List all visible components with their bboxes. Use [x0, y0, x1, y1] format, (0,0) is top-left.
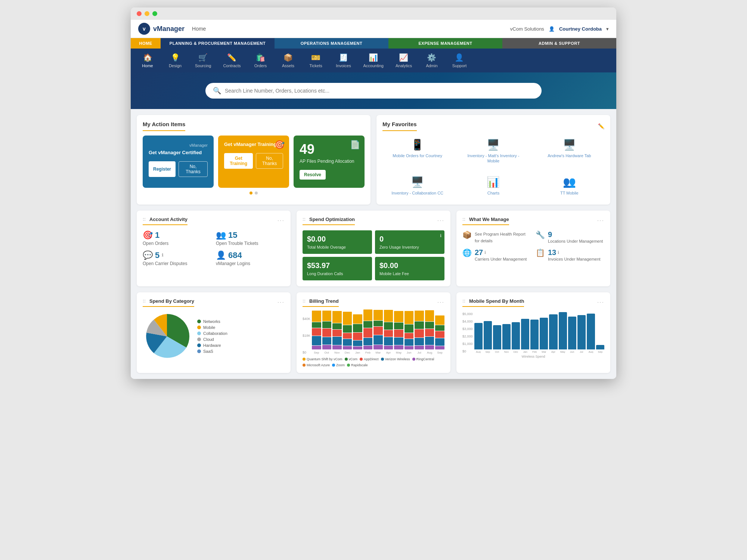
subnav-orders[interactable]: 🛍️ Orders [248, 51, 274, 70]
billing-trend-panel: :: Billing Trend ··· $40K $18K $0 [297, 292, 450, 373]
search-box: 🔍 [205, 83, 542, 99]
nav-operations[interactable]: OPERATIONS MANAGEMENT [275, 38, 388, 49]
sbc-menu[interactable]: ··· [278, 299, 285, 306]
open-orders-label: Open Orders [143, 241, 211, 246]
drag-handle-manage[interactable]: :: [462, 217, 465, 222]
mobile-bars [474, 312, 604, 349]
billing-bar-11 [425, 310, 434, 349]
mobile-bar-9 [559, 312, 567, 349]
fav-item-4[interactable]: 📊 Charts [458, 173, 528, 199]
spend-optimization-panel: :: Spend Optimization ··· $0.00 Total Mo… [297, 211, 450, 286]
close-button[interactable] [137, 11, 142, 16]
no-thanks-certified-button[interactable]: No, Thanks [179, 161, 208, 177]
nav-admin[interactable]: ADMIN & SUPPORT [502, 38, 616, 49]
billing-menu[interactable]: ··· [437, 299, 444, 306]
spend-opt-title: :: Spend Optimization [303, 217, 355, 225]
fav-item-5[interactable]: 👥 TT Mobile [534, 173, 604, 199]
billing-bar-10-seg-3 [415, 338, 424, 345]
company-name: vCom Solutions [510, 26, 544, 32]
billing-bar-10-seg-0 [415, 311, 424, 321]
billing-bar-5-seg-2 [363, 328, 373, 337]
mobile-bar-11 [577, 315, 586, 349]
minimize-button[interactable] [145, 11, 149, 16]
subnav-invoices[interactable]: 🧾 Invoices [331, 51, 357, 70]
billing-bar-3-seg-1 [343, 325, 352, 333]
billing-bar-7-seg-2 [384, 330, 393, 337]
logo-icon: v [138, 23, 150, 35]
drag-handle-sbc[interactable]: :: [143, 298, 146, 304]
subnav-admin[interactable]: ⚙️ Admin [419, 51, 445, 70]
user-name[interactable]: Courtney Cordoba [559, 26, 602, 32]
drag-handle-mobile[interactable]: :: [462, 298, 465, 304]
activity-logins: 👤 684 vManager Logins [216, 251, 285, 266]
subnav-analytics-label: Analytics [396, 63, 412, 68]
spend-cell-2: $53.97 Long Duration Calls [303, 257, 372, 280]
mobile-bar-0 [474, 323, 483, 349]
billing-bar-11-seg-2 [425, 329, 434, 336]
main-content: My Action Items vManager Get vManager Ce… [131, 109, 616, 379]
assets-icon: 📦 [283, 53, 293, 62]
activity-menu[interactable]: ··· [278, 217, 285, 224]
mobile-bar-8 [549, 314, 557, 349]
subnav-contracts[interactable]: ✏️ Contracts [218, 51, 246, 70]
fav-item-2[interactable]: 🖥️ Andrew's Hardware Tab [534, 136, 604, 167]
manage-menu[interactable]: ··· [597, 217, 604, 224]
billing-label-8: May [394, 351, 403, 354]
legend-collaboration: Collaboration [197, 331, 227, 336]
drag-handle-billing[interactable]: :: [303, 298, 306, 304]
nav-expense[interactable]: EXPENSE MANAGEMENT [388, 38, 502, 49]
mobile-menu[interactable]: ··· [597, 299, 604, 306]
subnav-home[interactable]: 🏠 Home [134, 51, 161, 70]
subnav-support[interactable]: 👤 Support [446, 51, 472, 70]
billing-bar-7-seg-1 [384, 322, 393, 330]
billing-bar-8-seg-1 [394, 323, 403, 329]
dropdown-arrow[interactable]: ▾ [606, 26, 609, 32]
subnav-design[interactable]: 💡 Design [162, 51, 188, 70]
disputes-info-icon[interactable]: ℹ [162, 253, 163, 258]
manage-title-row: :: What We Manage ··· [462, 217, 604, 225]
subnav-home-label: Home [142, 63, 153, 68]
billing-y-labels: $40K $18K $0 [303, 317, 310, 354]
pie-legend: Networks Mobile Collaboration Cloud [197, 319, 227, 354]
search-input[interactable] [225, 88, 534, 94]
billing-bar-9-seg-0 [405, 311, 414, 324]
mobile-label-5: Jan [521, 351, 529, 353]
fav-item-3[interactable]: 🖥️ Inventory - Collaboration CC [382, 173, 452, 199]
fav-item-1[interactable]: 🖥️ Inventory - Matt's Inventory - Mobile [458, 136, 528, 167]
fav-label-3: Inventory - Collaboration CC [391, 190, 443, 196]
get-training-button[interactable]: Get Training [224, 153, 253, 169]
no-thanks-training-button[interactable]: No, Thanks [256, 153, 283, 169]
charts-row: :: Spend By Category ··· [137, 292, 610, 373]
favorites-edit-icon[interactable]: ✏️ [598, 123, 604, 129]
subnav-tickets[interactable]: 🎫 Tickets [303, 51, 329, 70]
dot-1[interactable] [249, 192, 252, 195]
subnav-analytics[interactable]: 📈 Analytics [390, 51, 417, 70]
resolve-button[interactable]: Resolve [300, 170, 326, 180]
mobile-label-12: Aug [587, 351, 595, 353]
zero-usage-info[interactable]: ℹ [440, 233, 441, 238]
drag-handle-spend[interactable]: :: [303, 217, 306, 222]
subnav-sourcing[interactable]: 🛒 Sourcing [190, 51, 216, 70]
spend-opt-menu[interactable]: ··· [437, 217, 444, 224]
activity-open-orders: 🎯 1 Open Orders [143, 230, 211, 246]
manage-info-2[interactable]: ℹ [484, 250, 486, 255]
fav-label-1: Inventory - Matt's Inventory - Mobile [461, 153, 525, 164]
drag-handle-activity[interactable]: :: [143, 217, 146, 222]
mobile-label-7: Mar [540, 351, 548, 353]
nav-home[interactable]: HOME [131, 38, 161, 49]
fav-label-0: Mobile Orders for Courtney [393, 153, 442, 158]
maximize-button[interactable] [152, 11, 157, 16]
manage-num-2: 27 [475, 248, 483, 257]
billing-bar-11-seg-4 [425, 345, 434, 349]
dot-2[interactable] [255, 192, 258, 195]
billing-bar-6-seg-1 [374, 321, 383, 326]
fav-item-0[interactable]: 📱 Mobile Orders for Courtney [382, 136, 452, 167]
manage-info-3[interactable]: ℹ [558, 250, 559, 255]
legend-saas: SaaS [197, 349, 227, 354]
subnav-support-label: Support [452, 63, 467, 68]
favorites-panel: My Favorites ✏️ 📱 Mobile Orders for Cour… [376, 115, 610, 205]
subnav-accounting[interactable]: 📊 Accounting [358, 51, 389, 70]
nav-planning[interactable]: PLANNING & PROCUREMENT MANAGEMENT [161, 38, 275, 49]
register-button[interactable]: Register [149, 161, 176, 177]
subnav-assets[interactable]: 📦 Assets [275, 51, 301, 70]
